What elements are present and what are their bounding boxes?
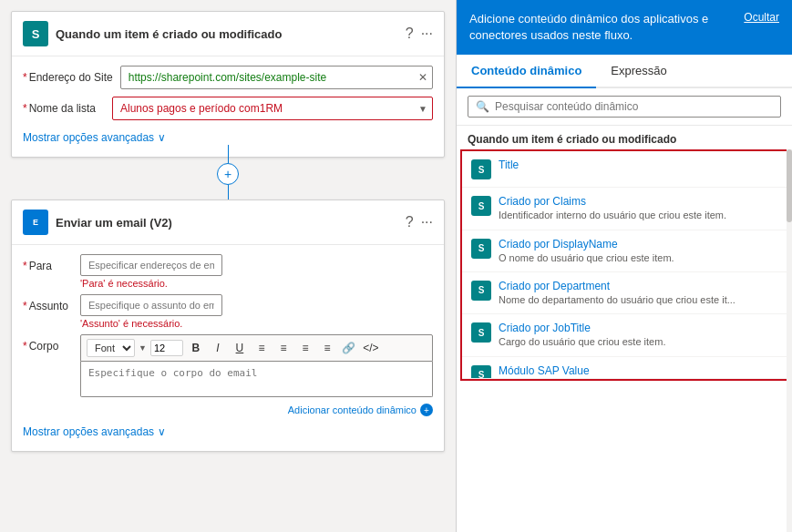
search-input-wrapper: 🔍: [468, 96, 781, 118]
chevron-down-icon: ∨: [158, 131, 166, 144]
email-card-title: Enviar um email (V2): [56, 216, 398, 230]
search-icon: 🔍: [476, 100, 489, 113]
item-icon: S: [471, 322, 491, 343]
site-clear-icon[interactable]: ✕: [418, 71, 427, 84]
site-label: Endereço do Site: [23, 71, 113, 84]
italic-button[interactable]: I: [209, 339, 227, 357]
email-card: E Enviar um email (V2) ? ··· Para 'Para'…: [11, 200, 445, 452]
list-label: Nome da lista: [23, 102, 105, 115]
scrollbar[interactable]: [787, 149, 792, 532]
list-button[interactable]: ≡: [318, 339, 336, 357]
item-icon: S: [471, 239, 491, 259]
trigger-card-header: S Quando um item é criado ou modificado …: [12, 12, 444, 56]
panel-header: Adicione conteúdo dinâmico dos aplicativ…: [457, 0, 792, 55]
tab-expression[interactable]: Expressão: [596, 55, 681, 88]
body-toolbar: Font ▼ B I U ≡ ≡ ≡ ≡ 🔗 </>: [80, 334, 433, 362]
trigger-card-actions: ? ···: [406, 26, 433, 42]
item-title: Módulo SAP Value: [499, 364, 777, 377]
item-content: Criado por Department Nome do departamen…: [499, 280, 777, 306]
item-icon: S: [471, 365, 491, 379]
to-input-area: 'Para' é necessário.: [80, 254, 433, 289]
list-dropdown-icon[interactable]: ▼: [418, 104, 427, 114]
to-row: Para 'Para' é necessário.: [23, 254, 433, 289]
trigger-card-body: Endereço do Site ✕ Nome da lista ▼ Mostr…: [12, 56, 444, 157]
item-title: Title: [499, 159, 777, 171]
item-desc: Identificador interno do usuário que cri…: [499, 209, 777, 221]
email-more-button[interactable]: ···: [421, 214, 433, 230]
site-input-wrapper: ✕: [120, 66, 433, 89]
panel-header-text: Adicione conteúdo dinâmico dos aplicativ…: [469, 11, 744, 44]
email-card-actions: ? ···: [406, 214, 433, 230]
trigger-card: S Quando um item é criado ou modificado …: [11, 11, 445, 158]
scrollbar-thumb[interactable]: [787, 149, 792, 222]
item-icon: S: [471, 196, 491, 216]
search-input[interactable]: [495, 100, 773, 113]
item-desc: O nome do usuário que criou este item.: [499, 251, 777, 264]
dynamic-items-list: S Title S Criado por Claims Identificado…: [457, 149, 792, 532]
section-label: Quando um item é criado ou modificado: [457, 126, 792, 149]
to-label: Para: [23, 254, 73, 272]
search-bar: 🔍: [457, 88, 792, 126]
item-icon: S: [471, 281, 491, 301]
align-right-button[interactable]: ≡: [296, 339, 314, 357]
body-editor-area: Font ▼ B I U ≡ ≡ ≡ ≡ 🔗 </>: [80, 334, 433, 416]
site-input[interactable]: [120, 66, 433, 89]
font-select[interactable]: Font: [87, 339, 135, 357]
tab-dynamic-content[interactable]: Conteúdo dinâmico: [457, 55, 596, 88]
add-dynamic-icon: +: [420, 404, 433, 416]
body-textarea[interactable]: [80, 362, 433, 397]
email-help-button[interactable]: ?: [406, 214, 414, 230]
list-input[interactable]: [112, 97, 433, 120]
to-input[interactable]: [80, 254, 222, 276]
trigger-help-button[interactable]: ?: [406, 26, 414, 42]
dynamic-items-box: S Title S Criado por Claims Identificado…: [460, 149, 788, 380]
connector-arrow: + ▼: [11, 165, 445, 192]
email-card-body: Para 'Para' é necessário. Assunto 'Assun…: [12, 245, 444, 451]
subject-input[interactable]: [80, 294, 222, 316]
align-center-button[interactable]: ≡: [274, 339, 293, 357]
link-button[interactable]: 🔗: [340, 339, 358, 357]
item-title: Criado por JobTitle: [499, 322, 777, 334]
list-row: Nome da lista ▼: [23, 97, 433, 120]
panel-tabs: Conteúdo dinâmico Expressão: [457, 55, 792, 88]
item-title: Criado por Claims: [499, 195, 777, 208]
dynamic-content-panel: Adicione conteúdo dinâmico dos aplicativ…: [456, 0, 792, 532]
body-label: Corpo: [23, 334, 73, 353]
list-item[interactable]: S Criado por JobTitle Cargo do usuário q…: [462, 314, 787, 356]
outlook-icon: E: [23, 210, 48, 235]
bold-button[interactable]: B: [187, 339, 205, 357]
subject-row: Assunto 'Assunto' é necessário.: [23, 294, 433, 329]
item-content: Criado por JobTitle Cargo do usuário que…: [499, 322, 777, 348]
connector-line-top: [228, 145, 229, 163]
item-content: Title: [499, 159, 777, 171]
list-item[interactable]: S Criado por DisplayName O nome do usuár…: [462, 230, 787, 272]
email-card-header: E Enviar um email (V2) ? ···: [12, 200, 444, 245]
sharepoint-icon: S: [23, 21, 48, 46]
font-size-input[interactable]: [150, 340, 183, 356]
align-left-button[interactable]: ≡: [252, 339, 271, 357]
add-dynamic-content[interactable]: Adicionar conteúdo dinâmico +: [80, 404, 433, 416]
item-title: Criado por DisplayName: [499, 238, 777, 251]
item-desc: Nome do departamento do usuário que crio…: [499, 293, 777, 306]
body-row: Corpo Font ▼ B I U ≡ ≡ ≡ ≡: [23, 334, 433, 416]
list-item[interactable]: S Módulo SAP Value: [462, 357, 787, 379]
item-content: Criado por DisplayName O nome do usuário…: [499, 238, 777, 264]
list-item[interactable]: S Criado por Department Nome do departam…: [462, 272, 787, 314]
item-desc: Cargo do usuário que criou este item.: [499, 335, 777, 348]
subject-input-area: 'Assunto' é necessário.: [80, 294, 433, 329]
list-input-wrapper: ▼: [112, 97, 433, 120]
hide-panel-button[interactable]: Ocultar: [744, 11, 779, 24]
list-item[interactable]: S Title: [462, 151, 787, 188]
code-button[interactable]: </>: [362, 339, 380, 357]
to-error: 'Para' é necessário.: [80, 278, 433, 289]
subject-error: 'Assunto' é necessário.: [80, 318, 433, 329]
list-item[interactable]: S Criado por Claims Identificador intern…: [462, 188, 787, 230]
trigger-more-button[interactable]: ···: [421, 26, 433, 42]
underline-button[interactable]: U: [231, 339, 249, 357]
email-advanced-toggle[interactable]: Mostrar opções avançadas ∨: [23, 422, 433, 442]
subject-label: Assunto: [23, 294, 73, 312]
trigger-card-title: Quando um item é criado ou modificado: [56, 27, 398, 41]
add-step-button[interactable]: +: [217, 163, 239, 185]
font-dropdown-icon: ▼: [139, 343, 147, 353]
item-title: Criado por Department: [499, 280, 777, 292]
